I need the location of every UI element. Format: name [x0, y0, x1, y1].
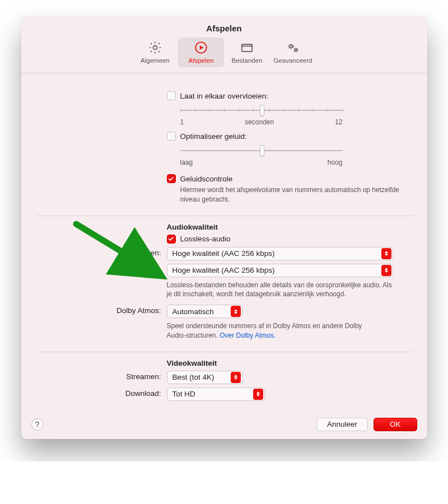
window-title: Afspelen	[21, 17, 427, 38]
updown-icon	[231, 372, 241, 383]
video-quality-heading: Videokwaliteit	[167, 359, 217, 367]
lossless-label: Lossless-audio	[180, 235, 231, 243]
preferences-window: Afspelen Algemeen Afspelen Bestanden Gea…	[21, 17, 427, 439]
section-audio-quality: Audiokwaliteit Lossless-audio Streamen: …	[36, 216, 413, 352]
select-value: Hoge kwaliteit (AAC 256 kbps)	[172, 266, 381, 274]
gear-icon	[147, 40, 163, 55]
dolby-label: Dolby Atmos:	[36, 305, 167, 315]
slider-min: 1	[180, 118, 184, 126]
dolby-help: Speel ondersteunde nummers af in Dolby A…	[167, 321, 380, 340]
select-value: Tot HD	[172, 390, 253, 398]
help-button[interactable]: ?	[31, 418, 44, 431]
folder-icon	[239, 40, 255, 55]
svg-point-3	[290, 45, 292, 48]
crossfade-checkbox[interactable]: Laat in elkaar overvloeien:	[167, 91, 413, 100]
stream-label: Streamen:	[36, 247, 167, 257]
checkbox-icon	[167, 91, 176, 100]
equalizer-checkbox[interactable]: Optimaliseer geluid:	[167, 132, 413, 141]
toolbar: Algemeen Afspelen Bestanden Geavanceerd	[21, 38, 427, 73]
gears-icon	[285, 40, 301, 55]
audio-download-select[interactable]: Hoge kwaliteit (AAC 256 kbps)	[167, 264, 393, 277]
dolby-link[interactable]: Over Dolby Atmos.	[220, 332, 276, 339]
lossless-checkbox[interactable]: Lossless-audio	[167, 235, 413, 244]
slider-mid: seconden	[245, 118, 274, 126]
section-playback-basic: Laat in elkaar overvloeien: 1 seconden 1…	[36, 87, 413, 216]
question-icon: ?	[35, 420, 40, 429]
checkbox-checked-icon	[167, 235, 176, 244]
content: Laat in elkaar overvloeien: 1 seconden 1…	[21, 73, 427, 412]
tab-advanced[interactable]: Geavanceerd	[270, 38, 316, 67]
tab-label: Algemeen	[141, 57, 170, 64]
svg-point-0	[153, 46, 157, 50]
checkbox-checked-icon	[167, 174, 176, 183]
updown-icon	[253, 389, 263, 400]
audio-stream-select[interactable]: Hoge kwaliteit (AAC 256 kbps)	[167, 247, 393, 260]
dolby-select[interactable]: Automatisch	[167, 305, 242, 318]
tab-files[interactable]: Bestanden	[224, 38, 270, 67]
download-label: Download:	[36, 264, 167, 274]
svg-point-4	[295, 49, 297, 51]
updown-icon	[381, 248, 391, 259]
svg-rect-2	[242, 44, 252, 52]
tab-label: Geavanceerd	[273, 57, 312, 64]
slider-max: 12	[335, 118, 342, 126]
slider-low: laag	[180, 158, 193, 166]
lossless-help: Lossless-bestanden behouden alle details…	[167, 281, 393, 300]
select-value: Hoge kwaliteit (AAC 256 kbps)	[172, 249, 381, 258]
section-video-quality: Videokwaliteit Streamen: Best (tot 4K) D…	[36, 352, 413, 412]
checkbox-icon	[167, 132, 176, 141]
updown-icon	[231, 306, 241, 317]
video-download-label: Download:	[36, 388, 167, 398]
footer: ? Annuleer OK	[21, 412, 427, 431]
updown-icon	[381, 265, 391, 276]
select-value: Automatisch	[172, 307, 231, 316]
video-stream-select[interactable]: Best (tot 4K)	[167, 371, 242, 384]
equalizer-slider[interactable]	[180, 145, 343, 156]
tab-playback[interactable]: Afspelen	[178, 38, 224, 67]
tab-label: Bestanden	[232, 57, 263, 64]
crossfade-slider[interactable]	[180, 105, 343, 116]
tab-label: Afspelen	[189, 57, 214, 64]
select-value: Best (tot 4K)	[172, 373, 231, 381]
play-circle-icon	[193, 40, 209, 55]
soundcheck-checkbox[interactable]: Geluidscontrole	[167, 174, 413, 183]
soundcheck-label: Geluidscontrole	[180, 175, 233, 183]
tab-general[interactable]: Algemeen	[132, 38, 178, 67]
equalizer-label: Optimaliseer geluid:	[180, 132, 247, 141]
audio-quality-heading: Audiokwaliteit	[167, 223, 218, 231]
crossfade-label: Laat in elkaar overvloeien:	[180, 92, 269, 100]
ok-button[interactable]: OK	[374, 418, 417, 431]
slider-high: hoog	[328, 158, 343, 166]
video-download-select[interactable]: Tot HD	[167, 388, 265, 401]
video-stream-label: Streamen:	[36, 371, 167, 381]
cancel-button[interactable]: Annuleer	[316, 418, 368, 431]
soundcheck-help: Hiermee wordt het afspeelvolume van numm…	[180, 185, 413, 204]
